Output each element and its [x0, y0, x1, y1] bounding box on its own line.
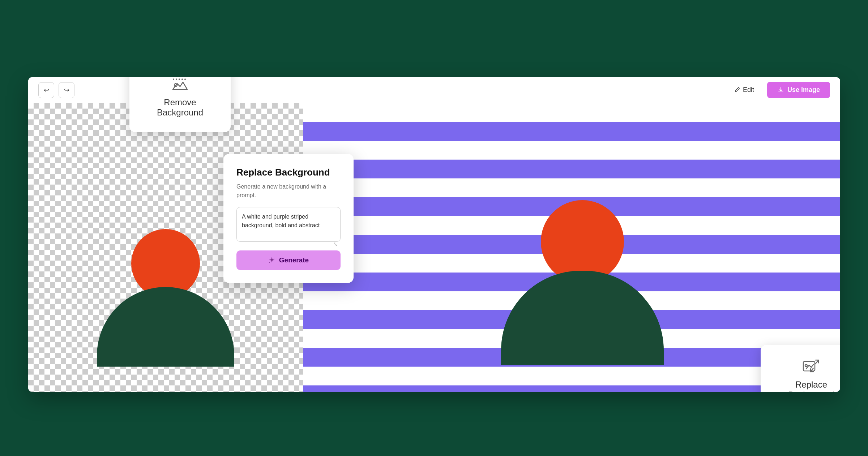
redo-button[interactable]: ↪ [59, 82, 74, 98]
edit-button[interactable]: Edit [726, 83, 761, 97]
avatar-left [93, 229, 238, 392]
svg-point-7 [805, 364, 807, 367]
svg-point-3 [181, 79, 183, 80]
svg-point-2 [179, 79, 180, 80]
prompt-container: ⤡ [236, 207, 341, 250]
replace-background-popup: Replace Background Generate a new backgr… [223, 154, 354, 283]
resize-handle-icon: ⤡ [333, 241, 338, 248]
replace-popup-title: Replace Background [236, 167, 341, 178]
undo-button[interactable]: ↩ [38, 82, 54, 98]
replace-background-label: Replace Background [774, 380, 840, 392]
use-image-button[interactable]: Use image [767, 82, 830, 98]
generate-button[interactable]: Generate [236, 250, 341, 270]
undo-icon: ↩ [44, 86, 49, 94]
remove-background-icon [171, 78, 189, 92]
generate-label: Generate [279, 256, 309, 264]
editor-window: ↩ ↪ Edit Use image [28, 77, 840, 392]
use-image-label: Use image [787, 86, 820, 94]
replace-popup-description: Generate a new background with a prompt. [236, 182, 341, 200]
toolbar-right: Edit Use image [726, 82, 830, 98]
prompt-input[interactable] [236, 207, 341, 242]
svg-point-1 [176, 79, 177, 80]
svg-point-9 [269, 262, 270, 263]
replace-background-card: Replace Background [761, 345, 840, 392]
svg-point-0 [173, 79, 174, 80]
avatar-body-left [97, 287, 234, 367]
stripe-3 [303, 178, 840, 197]
svg-point-4 [184, 79, 186, 80]
stripe-1 [303, 103, 840, 122]
remove-background-label: Remove Background [142, 97, 218, 118]
toolbar-left: ↩ ↪ [38, 82, 74, 98]
sparkles-icon [268, 257, 275, 264]
edit-label: Edit [743, 86, 754, 94]
replace-background-icon [803, 359, 820, 375]
avatar-body-right [501, 271, 664, 365]
right-panel: Replace Background [303, 103, 840, 392]
avatar-right [496, 200, 669, 392]
svg-point-8 [274, 258, 274, 258]
stripe-2 [303, 141, 840, 160]
canvas-area: Remove Background [28, 103, 840, 392]
remove-background-card: Remove Background [129, 77, 231, 132]
download-icon [777, 86, 784, 94]
redo-icon: ↪ [64, 86, 69, 94]
pencil-icon [734, 87, 740, 93]
